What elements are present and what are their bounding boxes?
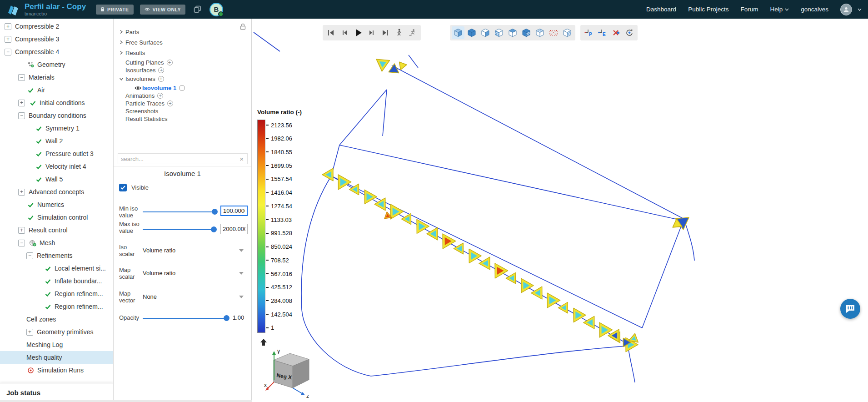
previous-frame-button[interactable] <box>338 26 351 39</box>
sim-tree-item-numerics[interactable]: Numerics <box>0 198 113 211</box>
collapse-icon[interactable]: − <box>5 49 11 55</box>
sim-tree-item-boundary-conditions[interactable]: −Boundary conditions <box>0 109 113 122</box>
user-avatar[interactable] <box>840 4 852 15</box>
expand-icon[interactable]: + <box>5 36 11 43</box>
user-menu-caret-icon[interactable] <box>858 8 862 11</box>
remove-item-icon[interactable]: − <box>179 85 185 91</box>
add-item-icon[interactable]: + <box>167 60 173 65</box>
expand-icon[interactable]: + <box>18 189 25 196</box>
sim-tree-item-compressible-4[interactable]: −Compressible 4 <box>0 45 113 58</box>
sim-tree-item-simulation-control[interactable]: Simulation control <box>0 211 113 224</box>
collapse-icon[interactable]: − <box>26 252 33 259</box>
post-tree-item-result-statistics[interactable]: Result Statistics <box>125 114 167 123</box>
view-cube-side-grid-button[interactable] <box>561 26 574 39</box>
sim-tree-item-mesh[interactable]: −Mesh <box>0 236 113 249</box>
sim-tree-item-local-element-si[interactable]: Local element si... <box>0 262 113 275</box>
max-iso-slider[interactable] <box>143 226 215 233</box>
post-tree-item-parts[interactable]: Parts <box>125 27 139 36</box>
job-status-bar[interactable]: Job status <box>0 383 113 402</box>
sim-tree-item-initial-conditions[interactable]: +Initial conditions <box>0 96 113 109</box>
sim-tree-item-geometry-primitives[interactable]: +Geometry primitives <box>0 326 113 338</box>
chev-right-icon[interactable] <box>118 30 125 34</box>
min-iso-input[interactable] <box>220 206 248 216</box>
view-cube-iso-button[interactable] <box>452 26 464 39</box>
go-last-frame-button[interactable] <box>379 26 392 39</box>
view-cube-top-grid-button[interactable] <box>534 26 546 39</box>
add-item-icon[interactable]: + <box>167 100 173 106</box>
post-tree-item-results[interactable]: Results <box>125 48 145 57</box>
project-owner-avatar[interactable]: B <box>210 3 223 16</box>
sim-tree-item-geometry[interactable]: Geometry <box>0 58 113 71</box>
chev-right-icon[interactable] <box>118 50 125 55</box>
orientation-cube[interactable]: Neg X y x z <box>264 347 323 401</box>
next-frame-button[interactable] <box>365 26 378 39</box>
map-scalar-select[interactable]: Volume ratio <box>143 270 244 276</box>
add-point-probe-button[interactable]: P <box>582 26 595 39</box>
fly-mode-button[interactable] <box>406 26 419 39</box>
add-item-icon[interactable]: + <box>157 93 163 99</box>
sim-tree-item-meshing-log[interactable]: Meshing Log <box>0 338 113 351</box>
app-logo-icon[interactable] <box>6 4 20 15</box>
sim-tree-item-symmetry-1[interactable]: Symmetry 1 <box>0 122 113 135</box>
view-cube-front-mesh-button[interactable] <box>493 26 505 39</box>
expand-icon[interactable]: + <box>5 23 11 30</box>
sim-tree-item-compressible-3[interactable]: +Compressible 3 <box>0 33 113 45</box>
collapse-icon[interactable]: − <box>18 112 25 119</box>
max-iso-input[interactable] <box>220 224 248 234</box>
slider-handle[interactable] <box>211 226 217 232</box>
sim-tree-item-cell-zones[interactable]: Cell zones <box>0 313 113 326</box>
post-tree-item-isovolumes[interactable]: Isovolumes+ <box>125 74 164 83</box>
expand-icon[interactable]: + <box>26 329 33 336</box>
expand-icon[interactable]: + <box>18 227 25 234</box>
collapse-icon[interactable]: − <box>18 240 25 246</box>
eye-icon[interactable] <box>135 85 141 90</box>
expand-icon[interactable]: + <box>18 100 25 106</box>
sim-tree-item-advanced-concepts[interactable]: +Advanced concepts <box>0 186 113 198</box>
map-vector-select[interactable]: None <box>143 293 244 300</box>
slider-handle[interactable] <box>224 315 229 321</box>
sim-tree-item-compressible-2[interactable]: +Compressible 2 <box>0 20 113 33</box>
iso-scalar-select[interactable]: Volume ratio <box>143 247 244 254</box>
chat-button[interactable] <box>840 299 860 319</box>
copy-project-button[interactable] <box>194 5 201 13</box>
sim-tree-item-materials[interactable]: −Materials <box>0 71 113 84</box>
sim-tree-item-wall-2[interactable]: Wall 2 <box>0 135 113 147</box>
sim-tree-item-region-refinem[interactable]: Region refinem... <box>0 300 113 313</box>
sim-tree-item-region-refinem[interactable]: Region refinem... <box>0 287 113 300</box>
up-arrow-icon[interactable] <box>259 338 268 347</box>
clear-search-icon[interactable]: × <box>236 155 247 163</box>
add-item-icon[interactable]: + <box>158 76 164 82</box>
view-cube-mesh-button[interactable] <box>520 26 533 39</box>
chev-right-icon[interactable] <box>118 40 125 45</box>
min-iso-slider[interactable] <box>143 209 215 215</box>
sim-tree-item-result-control[interactable]: +Result control <box>0 224 113 236</box>
nav-dashboard[interactable]: Dashboard <box>646 6 676 13</box>
sim-tree-item-velocity-inlet-4[interactable]: Velocity inlet 4 <box>0 160 113 173</box>
section-plane-button[interactable] <box>547 26 560 39</box>
remove-probe-button[interactable] <box>609 26 622 39</box>
chev-down-icon[interactable] <box>118 77 125 81</box>
go-first-frame-button[interactable] <box>324 26 337 39</box>
viewport[interactable]: P E Volume ratio (-) 2123.561982.061840.… <box>252 19 868 402</box>
sim-tree-item-simulation-runs[interactable]: Simulation Runs <box>0 364 113 377</box>
view-cube-solid-button[interactable] <box>465 26 478 39</box>
add-item-icon[interactable]: + <box>158 67 164 73</box>
nav-public-projects[interactable]: Public Projects <box>688 6 728 13</box>
sim-tree-item-refinements[interactable]: −Refinements <box>0 249 113 262</box>
orbit-reset-button[interactable] <box>623 26 636 39</box>
view-cube-top-button[interactable] <box>506 26 519 39</box>
sim-tree-item-wall-5[interactable]: Wall 5 <box>0 173 113 186</box>
opacity-slider[interactable] <box>143 315 227 322</box>
sim-tree-item-pressure-outlet-3[interactable]: Pressure outlet 3 <box>0 147 113 160</box>
slider-handle[interactable] <box>212 209 218 215</box>
walk-mode-button[interactable] <box>393 26 405 39</box>
add-entity-probe-button[interactable]: E <box>596 26 609 39</box>
search-input[interactable] <box>118 156 236 162</box>
sim-tree-item-mesh-quality[interactable]: Mesh quality <box>0 351 113 364</box>
nav-username[interactable]: goncalves <box>801 6 828 13</box>
play-button[interactable] <box>352 26 364 39</box>
sim-tree-item-air[interactable]: Air <box>0 84 113 96</box>
post-tree-item-isosurfaces[interactable]: Isosurfaces+ <box>125 65 164 75</box>
visible-checkbox[interactable] <box>119 184 127 191</box>
collapse-icon[interactable]: − <box>18 74 25 81</box>
